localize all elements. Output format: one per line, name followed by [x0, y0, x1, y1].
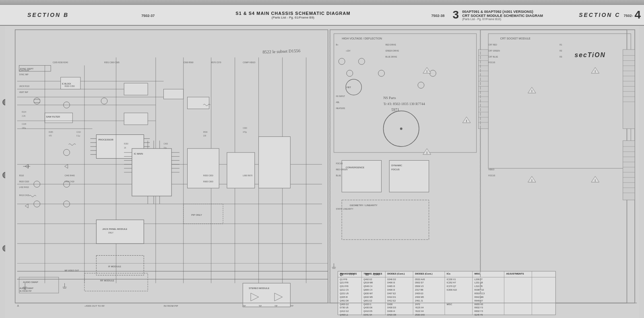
- svg-text:R832   Y3: R832 Y3: [475, 310, 483, 312]
- svg-text:Z405   E3: Z405 E3: [415, 292, 423, 295]
- svg-text:D430   D3: D430 D3: [387, 306, 396, 309]
- svg-text:IC BLOCK: IC BLOCK: [62, 83, 72, 85]
- svg-text:R2: R2: [559, 50, 562, 52]
- svg-text:A: A: [17, 304, 19, 307]
- svg-text:L209   P7: L209 P7: [475, 278, 483, 281]
- svg-text:Q665   C4: Q665 C4: [363, 289, 372, 291]
- svg-text:IC270  Q7: IC270 Q7: [447, 285, 456, 287]
- svg-text:Q410   D5: Q410 D5: [363, 310, 372, 312]
- svg-text:1K: 1K: [124, 147, 126, 149]
- svg-rect-52: [188, 97, 209, 109]
- svg-text:TRANSISTORS: TRANSISTORS: [340, 273, 357, 275]
- svg-text:R351  C360  C365: R351 C360 C365: [104, 62, 120, 64]
- svg-text:R642   W6: R642 W6: [475, 296, 484, 298]
- svg-text:RF MODULE: RF MODULE: [100, 279, 114, 282]
- svg-text:D502   D7: D502 D7: [415, 281, 423, 284]
- svg-text:CONVERGENCE: CONVERGENCE: [346, 166, 364, 169]
- main-content: 8522 le subset D1556 NS Parts Tr #3: 850…: [0, 26, 644, 318]
- svg-rect-50: [124, 113, 148, 125]
- svg-text:Q400   G2: Q400 G2: [340, 303, 349, 306]
- svg-text:ONLY: ONLY: [108, 232, 114, 234]
- svg-text:D410   D1: D410 D1: [387, 296, 396, 298]
- svg-text:C244  R144: C244 R144: [19, 70, 29, 72]
- svg-text:C108: C108: [22, 123, 26, 125]
- svg-text:R570  C570: R570 C570: [211, 62, 221, 64]
- svg-text:TP: TP: [243, 305, 246, 307]
- svg-text:R413  C415: R413 C415: [19, 194, 29, 196]
- svg-text:ABL: ABL: [336, 101, 340, 103]
- svg-text:RED DRIVE: RED DRIVE: [385, 44, 396, 46]
- svg-text:D406   I3: D406 I3: [387, 289, 395, 291]
- svg-text:R205: R205: [49, 131, 53, 133]
- svg-text:R553   CC3: R553 CC3: [475, 292, 485, 295]
- svg-text:TRANS_DIODES: TRANS_DIODES: [363, 273, 382, 275]
- svg-text:FOCUS: FOCUS: [488, 62, 495, 64]
- section-b-label: SECTION B: [27, 12, 69, 18]
- svg-text:!: !: [595, 179, 596, 182]
- svg-text:SYNC INP: SYNC INP: [19, 74, 29, 76]
- svg-text:L414  C419: L414 C419: [65, 181, 74, 183]
- svg-text:IC MAIN: IC MAIN: [134, 153, 143, 155]
- svg-text:!: !: [466, 120, 467, 122]
- svg-text:JACK R110: JACK R110: [19, 85, 29, 87]
- svg-text:Q519   W8: Q519 W8: [363, 281, 373, 284]
- svg-text:BLUE DRIVE: BLUE DRIVE: [385, 56, 397, 58]
- svg-text:2.2K: 2.2K: [22, 115, 25, 117]
- svg-text:Q632   W5: Q632 W5: [363, 296, 373, 298]
- page-num-4: 4: [634, 8, 641, 21]
- svg-text:Z470: Z470: [415, 303, 420, 306]
- svg-text:R832   Y3: R832 Y3: [475, 306, 483, 309]
- svg-text:ICs: ICs: [447, 273, 451, 275]
- svg-text:470p: 470p: [243, 131, 247, 133]
- svg-text:YE22   X4: YE22 X4: [415, 310, 423, 312]
- svg-text:IC830  A10: IC830 A10: [447, 289, 457, 291]
- svg-text:100: 100: [203, 135, 206, 137]
- svg-rect-102: [623, 50, 635, 129]
- svg-point-125: [400, 128, 402, 130]
- svg-text:VIDEO: VIDEO: [488, 169, 494, 171]
- svg-text:Q630   W7: Q630 W7: [363, 292, 373, 295]
- svg-text:D532   AA5: D532 AA5: [415, 278, 425, 281]
- svg-text:R500: R500: [203, 131, 208, 133]
- svg-text:GREEN DRIVE: GREEN DRIVE: [385, 50, 399, 52]
- svg-text:Q548   C4: Q548 C4: [363, 285, 372, 287]
- svg-text:R1: R1: [559, 44, 562, 46]
- svg-text:Q433   I1: Q433 I1: [363, 303, 371, 306]
- svg-text:IC252  H7: IC252 H7: [447, 281, 456, 284]
- svg-rect-51: [164, 89, 184, 99]
- svg-text:D430: D430: [387, 303, 392, 306]
- svg-text:B+: B+: [336, 44, 338, 46]
- svg-text:0.1µ: 0.1µ: [76, 135, 80, 137]
- svg-text:D412   E2: D412 E2: [387, 299, 396, 302]
- svg-text:R650  C650: R650 C650: [203, 175, 213, 177]
- svg-text:C600: C600: [243, 127, 247, 129]
- svg-text:!: !: [531, 179, 532, 182]
- svg-text:S145   Y9: S145 Y9: [475, 314, 483, 316]
- svg-text:GEOMETRY / LINEARITY: GEOMETRY / LINEARITY: [350, 204, 378, 206]
- svg-text:470: 470: [49, 135, 52, 137]
- svg-text:Tr #3: 8502-1835 130  R7744: Tr #3: 8502-1835 130 R7744: [383, 102, 425, 106]
- svg-text:100µ: 100µ: [22, 127, 26, 129]
- svg-text:TP: TP: [275, 305, 278, 307]
- svg-text:R660  C660: R660 C660: [203, 181, 213, 183]
- doc-num-center: 7502-38: [431, 11, 445, 19]
- svg-text:C400: C400: [164, 143, 168, 145]
- svg-text:D407   E2: D407 E2: [387, 292, 396, 295]
- svg-text:CRT SOCKET MODULE: CRT SOCKET MODULE: [500, 37, 531, 40]
- svg-text:L410  R410: L410 R410: [19, 186, 29, 188]
- svg-text:VERT INP: VERT INP: [19, 91, 28, 93]
- svg-text:R310: R310: [19, 175, 24, 177]
- svg-text:L310   P8: L310 P8: [475, 285, 483, 287]
- svg-text:Z461   J1: Z461 J1: [415, 299, 423, 302]
- svg-text:DIODES (Cont.): DIODES (Cont.): [415, 273, 432, 275]
- svg-text:BLUE: BLUE: [336, 175, 341, 177]
- svg-rect-128: [342, 160, 381, 192]
- svg-text:R3: R3: [559, 56, 562, 58]
- svg-text:FOCUS: FOCUS: [391, 168, 400, 171]
- svg-text:D439   I4: D439 I4: [387, 310, 395, 312]
- svg-text:HEATERS: HEATERS: [336, 107, 345, 109]
- svg-text:Z317   B8: Z317 B8: [415, 289, 423, 291]
- svg-rect-75: [259, 136, 291, 188]
- svg-text:AUDIO SWAP: AUDIO SWAP: [23, 281, 38, 283]
- svg-text:D509  V3: D509 V3: [415, 285, 423, 287]
